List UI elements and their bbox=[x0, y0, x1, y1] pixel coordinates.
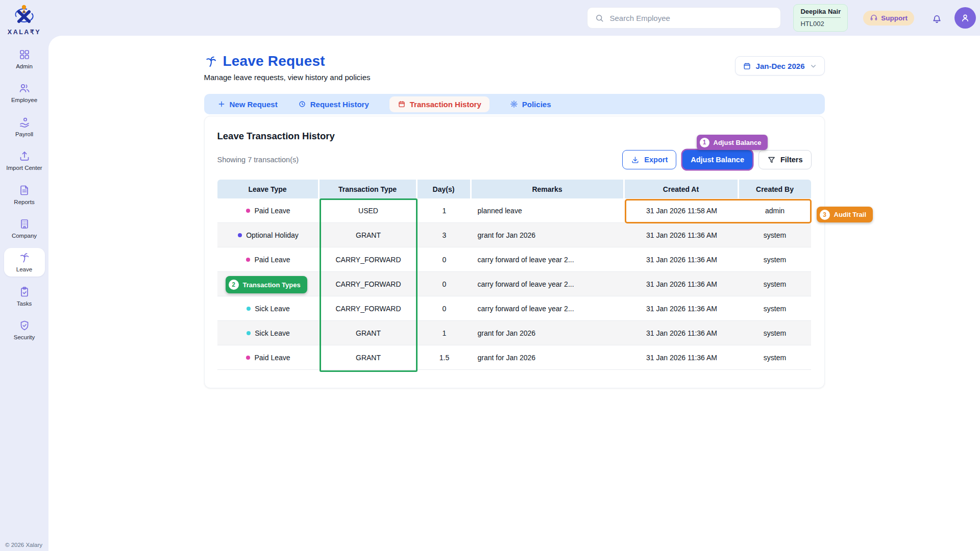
leave-type-dot bbox=[238, 233, 242, 237]
sidebar-item-employee[interactable]: Employee bbox=[4, 79, 45, 107]
notifications-button[interactable] bbox=[930, 12, 943, 24]
topbar: Deepika Nair HTL002 Support bbox=[48, 0, 980, 36]
leave-type-dot bbox=[247, 331, 251, 335]
col-created-by: Created By bbox=[739, 180, 811, 198]
table-row[interactable]: Optional Holiday GRANT 3 grant for Jan 2… bbox=[217, 223, 811, 247]
period-selector[interactable]: Jan-Dec 2026 bbox=[735, 56, 825, 76]
remarks: grant for Jan 2026 bbox=[472, 321, 625, 345]
history-clock-icon bbox=[298, 100, 306, 108]
user-icon bbox=[960, 12, 971, 23]
tab-new-request[interactable]: New Request bbox=[217, 100, 278, 109]
tab-request-history[interactable]: Request History bbox=[298, 100, 369, 109]
search-input[interactable] bbox=[609, 14, 773, 22]
app-root: XALA₹Y Admin Employee Payroll Import Cen… bbox=[0, 0, 980, 551]
employee-search[interactable] bbox=[587, 7, 781, 29]
leave-type-dot bbox=[246, 209, 250, 213]
sidebar-item-import-center[interactable]: Import Center bbox=[4, 146, 45, 174]
annotation-label: Transaction Types bbox=[243, 281, 301, 289]
sidebar-item-company[interactable]: Company bbox=[4, 214, 45, 242]
page-header: Leave Request Manage leave requests, vie… bbox=[204, 53, 825, 82]
leave-type-dot bbox=[246, 258, 250, 262]
leave-type: Sick Leave bbox=[255, 329, 289, 337]
remarks: carry forward of leave year 2... bbox=[472, 272, 625, 296]
current-user-chip[interactable]: Deepika Nair HTL002 bbox=[793, 4, 848, 32]
sidebar-item-label: Security bbox=[14, 334, 35, 341]
sidebar-item-reports[interactable]: Reports bbox=[4, 181, 45, 209]
col-created-at: Created At bbox=[625, 180, 739, 198]
sidebar-item-payroll[interactable]: Payroll bbox=[4, 113, 45, 141]
sidebar-item-security[interactable]: Security bbox=[4, 316, 45, 344]
calendar-icon bbox=[743, 62, 751, 70]
table-row[interactable]: Sick Leave CARRY_FORWARD 0 carry forward… bbox=[217, 296, 811, 321]
created-by: system bbox=[739, 345, 811, 370]
table-row[interactable]: Paid Leave CARRY_FORWARD 0 carry forward… bbox=[217, 247, 811, 272]
transaction-history-card: Leave Transaction History 1 Adjust Balan… bbox=[204, 116, 825, 388]
leave-type: Optional Holiday bbox=[246, 231, 299, 239]
col-leave-type: Leave Type bbox=[217, 180, 320, 198]
leave-type-dot bbox=[247, 307, 251, 311]
leave-type: Paid Leave bbox=[254, 207, 290, 215]
sidebar-item-tasks[interactable]: Tasks bbox=[4, 282, 45, 310]
table-row[interactable]: Paid Leave GRANT 1.5 grant for Jan 2026 … bbox=[217, 345, 811, 370]
leave-type-dot bbox=[246, 356, 250, 360]
upload-icon bbox=[18, 150, 31, 162]
leave-type: Paid Leave bbox=[254, 354, 290, 362]
tab-label: Request History bbox=[310, 100, 369, 109]
table-toolbar: Showing 7 transaction(s) Export Adjust B… bbox=[217, 150, 812, 169]
funnel-icon bbox=[767, 156, 776, 164]
transaction-type: CARRY_FORWARD bbox=[320, 247, 418, 272]
created-at: 31 Jan 2026 11:36 AM bbox=[625, 345, 739, 370]
created-by: system bbox=[739, 223, 811, 247]
brand-name: XALA₹Y bbox=[8, 28, 41, 36]
tab-policies[interactable]: Policies bbox=[510, 100, 551, 109]
export-label: Export bbox=[644, 156, 668, 164]
chevron-down-icon bbox=[810, 62, 817, 70]
col-days: Day(s) bbox=[418, 180, 472, 198]
adjust-balance-button[interactable]: Adjust Balance bbox=[682, 150, 752, 169]
created-by: system bbox=[739, 296, 811, 321]
days: 1.5 bbox=[418, 345, 472, 370]
sidebar-item-label: Reports bbox=[14, 198, 34, 206]
created-at: 31 Jan 2026 11:36 AM bbox=[625, 247, 739, 272]
brand-logo: XALA₹Y bbox=[8, 3, 41, 36]
table-row[interactable]: Sick Leave GRANT 1 grant for Jan 2026 31… bbox=[217, 321, 811, 345]
sidebar-item-label: Import Center bbox=[6, 164, 42, 171]
created-at: 31 Jan 2026 11:36 AM bbox=[625, 321, 739, 345]
leave-type: Sick Leave bbox=[255, 305, 289, 313]
table-row[interactable]: Paid Leave USED 1 planned leave 31 Jan 2… bbox=[217, 198, 811, 223]
annotation-number: 3 bbox=[820, 210, 830, 220]
days: 0 bbox=[418, 272, 472, 296]
support-label: Support bbox=[881, 14, 908, 22]
export-button[interactable]: Export bbox=[622, 150, 676, 169]
transaction-type: CARRY_FORWARD bbox=[320, 296, 418, 321]
transaction-type: GRANT bbox=[320, 321, 418, 345]
transactions-table-wrap: Leave Type Transaction Type Day(s) Remar… bbox=[217, 180, 811, 370]
sidebar-item-admin[interactable]: Admin bbox=[4, 45, 45, 73]
filters-label: Filters bbox=[780, 156, 803, 164]
remarks: grant for Jan 2026 bbox=[472, 223, 625, 247]
user-name: Deepika Nair bbox=[800, 8, 841, 18]
leave-type: Paid Leave bbox=[254, 256, 290, 264]
created-at: 31 Jan 2026 11:36 AM bbox=[625, 296, 739, 321]
sidebar-item-leave[interactable]: Leave bbox=[4, 248, 45, 276]
palm-tree-icon bbox=[18, 252, 31, 264]
support-button[interactable]: Support bbox=[863, 11, 914, 26]
days: 0 bbox=[418, 247, 472, 272]
days: 1 bbox=[418, 321, 472, 345]
gear-icon bbox=[510, 100, 518, 108]
annotation-number: 2 bbox=[229, 280, 239, 290]
filters-button[interactable]: Filters bbox=[758, 150, 812, 169]
sidebar-item-label: Employee bbox=[11, 96, 37, 104]
sidebar-item-label: Admin bbox=[16, 63, 33, 70]
adjust-balance-label: Adjust Balance bbox=[691, 156, 744, 164]
sidebar-item-label: Tasks bbox=[17, 300, 32, 307]
created-at: 31 Jan 2026 11:36 AM bbox=[625, 272, 739, 296]
tab-label: Transaction History bbox=[410, 100, 481, 109]
period-label: Jan-Dec 2026 bbox=[756, 62, 805, 70]
tab-label: Policies bbox=[522, 100, 551, 109]
building-icon bbox=[18, 218, 31, 230]
created-by: system bbox=[739, 272, 811, 296]
profile-avatar[interactable] bbox=[954, 7, 976, 29]
tab-transaction-history[interactable]: Transaction History bbox=[389, 96, 489, 112]
palm-tree-icon bbox=[204, 55, 218, 68]
